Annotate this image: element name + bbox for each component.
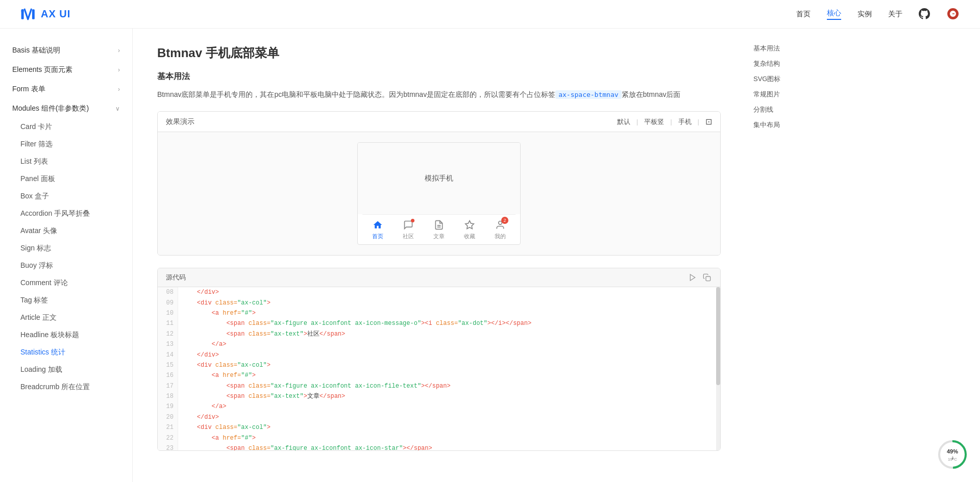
layout: Basis 基础说明 › Elements 页面元素 › Form 表单 › M…: [0, 29, 980, 482]
left-sidebar: Basis 基础说明 › Elements 页面元素 › Form 表单 › M…: [0, 29, 133, 482]
message-dot: [411, 219, 414, 222]
sidebar-subitem-panel[interactable]: Panel 面板: [0, 170, 132, 188]
right-link-divider[interactable]: 分割线: [753, 102, 808, 117]
demo-default-btn[interactable]: 默认: [617, 117, 630, 126]
code-title: 源代码: [166, 273, 186, 282]
sidebar-subitem-buoy[interactable]: Buoy 浮标: [0, 257, 132, 274]
code-line: 20 </div>: [158, 412, 720, 422]
home-icon: [372, 219, 384, 231]
chevron-down-icon: ∨: [115, 105, 120, 112]
chevron-right-icon: ›: [118, 86, 120, 93]
progress-percent: 49%: [947, 448, 958, 454]
demo-expand-icon[interactable]: ⊡: [705, 117, 712, 126]
code-scroll-thumb: [716, 287, 720, 385]
nav-core[interactable]: 核心: [827, 9, 841, 20]
code-body: 08 </div> 09 <div class="ax-col"> 10 <a …: [158, 287, 720, 450]
right-link-complex[interactable]: 复杂结构: [753, 56, 808, 71]
chevron-right-icon: ›: [118, 66, 120, 73]
progress-svg: 49% 🌡 19°C: [937, 439, 968, 470]
right-link-layout[interactable]: 集中布局: [753, 117, 808, 133]
main-nav: 首页 核心 实例 关于: [796, 8, 960, 20]
code-scrollbar[interactable]: [716, 287, 720, 450]
sidebar-item-form[interactable]: Form 表单 ›: [0, 80, 132, 99]
sidebar-subitem-accordion[interactable]: Accordion 手风琴折叠: [0, 205, 132, 222]
code-line: 11 <span class="ax-figure ax-iconfont ax…: [158, 318, 720, 328]
sidebar-subitem-breadcrumb[interactable]: Breadcrumb 所在位置: [0, 378, 132, 396]
gitee-icon[interactable]: [947, 8, 960, 20]
progress-circle: 49% 🌡 19°C: [937, 439, 968, 470]
user-icon: 2: [494, 219, 506, 231]
code-line: 22 <a href="#">: [158, 433, 720, 443]
demo-mobile-btn[interactable]: 手机: [678, 117, 692, 126]
svg-point-3: [947, 8, 959, 19]
code-line: 08 </div>: [158, 287, 720, 297]
sidebar-subitem-tag[interactable]: Tag 标签: [0, 292, 132, 309]
nav-article-label: 文章: [433, 233, 445, 240]
code-section: 源代码 08 </div> 09 <div c: [157, 268, 721, 451]
description: Btmnav底部菜单是手机专用的，其在pc电脑和平板电脑中处于隐藏状态。因为bt…: [157, 88, 721, 101]
sidebar-subitem-list[interactable]: List 列表: [0, 153, 132, 170]
sidebar-subitem-avatar[interactable]: Avatar 头像: [0, 222, 132, 240]
modules-submenu: Card 卡片 Filter 筛选 List 列表 Panel 面板 Box 盒…: [0, 118, 132, 396]
logo[interactable]: AX UI: [20, 7, 70, 21]
code-run-icon[interactable]: [688, 272, 698, 283]
phone-nav: 首页 社区: [362, 214, 516, 244]
right-link-image[interactable]: 常规图片: [753, 87, 808, 102]
code-line: 19 </a>: [158, 401, 720, 412]
nav-about[interactable]: 关于: [888, 10, 902, 19]
demo-controls: 默认 | 平板竖 | 手机 | ⊡: [617, 117, 712, 126]
sidebar-subitem-article[interactable]: Article 正文: [0, 309, 132, 326]
svg-text:19°C: 19°C: [948, 457, 957, 462]
sidebar-subitem-loading[interactable]: Loading 加载: [0, 361, 132, 378]
code-line: 12 <span class="ax-text">社区</span>: [158, 329, 720, 339]
phone-nav-profile[interactable]: 2 我的: [485, 215, 516, 244]
svg-text:49%: 49%: [947, 448, 958, 454]
sidebar-subitem-statistics[interactable]: Statistics 统计: [0, 344, 132, 361]
right-link-svg[interactable]: SVG图标: [753, 71, 808, 87]
sidebar-item-modules[interactable]: Modules 组件(非参数类) ∨: [0, 99, 132, 118]
main-content: Btmnav 手机底部菜单 基本用法 Btmnav底部菜单是手机专用的，其在pc…: [133, 29, 745, 482]
sidebar-subitem-card[interactable]: Card 卡片: [0, 118, 132, 136]
github-icon[interactable]: [919, 8, 931, 20]
nav-examples[interactable]: 实例: [857, 10, 872, 19]
star-icon: [463, 219, 476, 231]
sidebar-subitem-filter[interactable]: Filter 筛选: [0, 136, 132, 153]
sidebar-subitem-box[interactable]: Box 盒子: [0, 188, 132, 205]
right-sidebar: 基本用法 复杂结构 SVG图标 常规图片 分割线 集中布局: [745, 29, 817, 482]
code-line: 10 <a href="#">: [158, 308, 720, 318]
code-actions: [688, 272, 712, 283]
code-tag: ax-space-btmnav: [555, 90, 621, 99]
nav-home[interactable]: 首页: [796, 10, 811, 19]
sidebar-subitem-headline[interactable]: Headline 板块标题: [0, 326, 132, 344]
code-line: 21 <div class="ax-col">: [158, 422, 720, 433]
section-title: 基本用法: [157, 71, 721, 82]
sidebar-item-elements[interactable]: Elements 页面元素 ›: [0, 60, 132, 80]
code-line: 15 <div class="ax-col">: [158, 360, 720, 370]
nav-community-label: 社区: [403, 233, 414, 240]
phone-nav-favorite[interactable]: 收藏: [454, 215, 485, 244]
phone-mock-label: 模拟手机: [425, 174, 453, 183]
right-link-basic[interactable]: 基本用法: [753, 41, 808, 56]
demo-body: 模拟手机 首页: [158, 132, 720, 255]
code-line: 09 <div class="ax-col">: [158, 298, 720, 308]
logo-icon: [20, 7, 39, 21]
svg-marker-8: [690, 274, 695, 281]
nav-home-label: 首页: [372, 233, 383, 240]
code-copy-icon[interactable]: [702, 272, 712, 283]
sidebar-subitem-comment[interactable]: Comment 评论: [0, 274, 132, 292]
code-line: 18 <span class="ax-text">文章</span>: [158, 391, 720, 401]
header: AX UI 首页 核心 实例 关于: [0, 0, 980, 29]
file-icon: [433, 219, 445, 231]
svg-marker-6: [465, 221, 474, 229]
sidebar-item-basis[interactable]: Basis 基础说明 ›: [0, 41, 132, 60]
progress-temp: 19°C: [948, 457, 957, 462]
phone-nav-home[interactable]: 首页: [362, 215, 393, 244]
page-title: Btmnav 手机底部菜单: [157, 45, 721, 61]
svg-rect-2: [32, 9, 35, 19]
code-line: 16 <a href="#">: [158, 370, 720, 380]
phone-nav-article[interactable]: 文章: [424, 215, 454, 244]
sidebar-subitem-sign[interactable]: Sign 标志: [0, 240, 132, 257]
svg-rect-9: [706, 276, 710, 281]
phone-nav-community[interactable]: 社区: [393, 215, 424, 244]
demo-tablet-btn[interactable]: 平板竖: [644, 117, 664, 126]
